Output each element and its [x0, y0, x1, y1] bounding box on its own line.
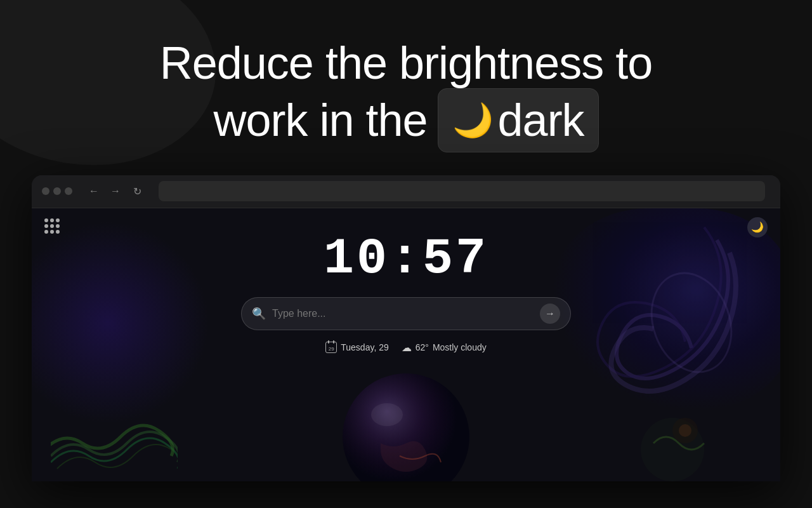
moon-badge-icon: 🌙	[452, 100, 493, 140]
date-info: 29 Tuesday, 29	[325, 342, 389, 353]
browser-back-button[interactable]: ←	[85, 182, 103, 200]
browser-dot-maximize[interactable]	[65, 187, 72, 195]
browser-forward-button[interactable]: →	[107, 182, 124, 200]
search-icon: 🔍	[252, 307, 266, 321]
browser-mockup: ← → ↻	[32, 175, 780, 481]
weather-temp: 62°	[416, 342, 429, 352]
grid-dot	[50, 230, 54, 234]
apps-grid-button[interactable]	[44, 218, 60, 234]
browser-toolbar: ← → ↻	[32, 175, 780, 208]
search-submit-button[interactable]: →	[540, 304, 560, 324]
grid-dot	[56, 230, 60, 234]
weather-description: Mostly cloudy	[433, 342, 487, 352]
dark-mode-badge: 🌙 dark	[438, 88, 599, 152]
grid-dot	[44, 218, 48, 222]
grid-dot	[56, 224, 60, 228]
browser-dot-close[interactable]	[42, 187, 49, 195]
newtab-content: 10:57 🔍 → 29 Tuesday, 29 ☁ 62° Mostl	[241, 208, 571, 354]
date-label: Tuesday, 29	[341, 342, 389, 352]
dark-mode-toggle[interactable]: 🌙	[747, 217, 768, 237]
calendar-icon: 29	[325, 342, 337, 353]
grid-dot	[50, 224, 54, 228]
browser-content: 🌙 10:57 🔍 → 29 Tuesday, 29 ☁	[32, 208, 780, 481]
art-bottom-right	[615, 392, 730, 481]
search-bar[interactable]: 🔍 →	[241, 297, 571, 330]
browser-window-controls	[42, 187, 72, 195]
clock-display: 10:57	[324, 234, 488, 284]
weather-icon: ☁	[402, 342, 412, 354]
grid-dot	[50, 218, 54, 222]
browser-dot-minimize[interactable]	[53, 187, 61, 195]
svg-point-3	[371, 403, 403, 426]
info-bar: 29 Tuesday, 29 ☁ 62° Mostly cloudy	[325, 342, 486, 354]
weather-info: ☁ 62° Mostly cloudy	[402, 342, 487, 354]
browser-nav-buttons: ← → ↻	[85, 182, 146, 200]
art-swirl-right	[565, 221, 742, 411]
art-sphere	[336, 367, 476, 481]
grid-dot	[44, 224, 48, 228]
svg-point-6	[679, 424, 691, 437]
grid-dot	[44, 230, 48, 234]
grid-dot	[56, 218, 60, 222]
browser-refresh-button[interactable]: ↻	[128, 182, 146, 200]
bg-blob-left	[32, 221, 209, 424]
art-green-bottom	[51, 405, 178, 481]
headline-line1: Reduce the brightness to	[0, 38, 812, 88]
search-input[interactable]	[272, 308, 534, 319]
headline-line2: work in the 🌙 dark	[0, 88, 812, 152]
browser-address-bar[interactable]	[159, 181, 765, 201]
headline-section: Reduce the brightness to work in the 🌙 d…	[0, 0, 812, 152]
headline-line2-prefix: work in the	[213, 93, 427, 147]
dark-badge-text: dark	[498, 93, 584, 147]
